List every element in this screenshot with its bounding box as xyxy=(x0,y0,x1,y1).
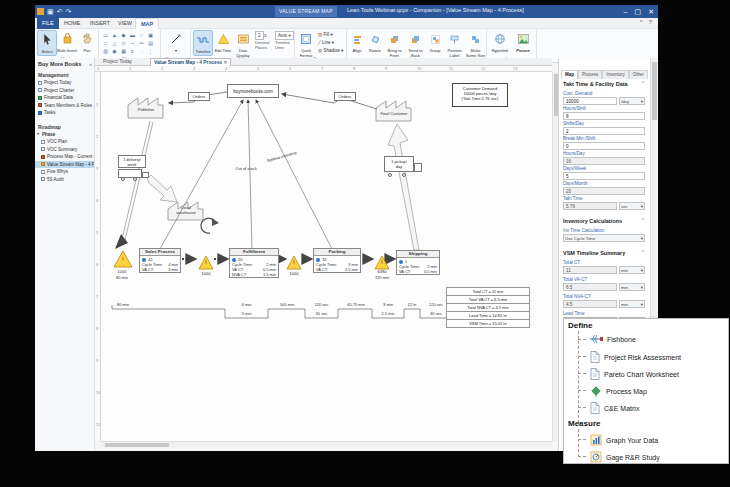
info-line-fulfillment[interactable] xyxy=(248,100,252,249)
info-line-packing[interactable] xyxy=(256,100,332,249)
tab-map[interactable]: MAP xyxy=(135,18,159,29)
shadow-button[interactable]: ▦ Shadow ▾ xyxy=(318,47,343,55)
break-min-input[interactable]: 0 xyxy=(563,142,645,150)
spinner-icon[interactable]: ⇅ xyxy=(264,33,267,38)
shape-button[interactable]: ⋮ xyxy=(146,47,155,55)
collapse-section-icon[interactable]: ^ xyxy=(642,218,644,223)
expander-icon[interactable]: ▾ xyxy=(37,131,39,137)
group-button[interactable]: Group xyxy=(426,30,444,56)
line-button[interactable]: ╱ Line ▾ xyxy=(318,39,343,47)
shape-button[interactable]: ▣ xyxy=(146,31,155,39)
shape-button[interactable]: ◉ xyxy=(110,47,119,55)
sidebar-item-process-map-current[interactable]: Process Map - Current State xyxy=(35,153,94,161)
inv-time-calc-dropdown[interactable]: Use Cycle Time▾ xyxy=(563,234,645,242)
publisher-label[interactable]: Publisher xyxy=(128,108,164,113)
roadmap-phase[interactable]: ▾Phase xyxy=(35,131,94,139)
collapse-sidebar-icon[interactable]: « xyxy=(89,61,92,67)
total-va-unit-dropdown[interactable]: min▾ xyxy=(619,283,645,291)
push-arrow-to-warehouse[interactable] xyxy=(147,175,177,202)
cust-demand-input[interactable]: 10000 xyxy=(563,97,617,105)
orders-connector-to-bmb[interactable] xyxy=(282,94,377,109)
takt-unit-dropdown[interactable]: sec▾ xyxy=(619,202,645,210)
tool-item-fishbone[interactable]: Fishbone xyxy=(590,334,636,344)
collapse-ribbon-icon[interactable]: ^ xyxy=(640,19,643,25)
sidebar-item-value-stream-map[interactable]: Value Stream Map - 4 Process xyxy=(35,161,94,169)
send-to-back-button[interactable]: Send to Back xyxy=(405,30,426,56)
shape-button[interactable]: ○ xyxy=(137,31,146,39)
timeline-button[interactable]: Timeline xyxy=(193,30,213,56)
panel-tab-other[interactable]: Other xyxy=(629,70,648,79)
pan-button[interactable]: Pan xyxy=(77,30,97,56)
app-icon[interactable] xyxy=(37,8,44,15)
panel-tab-process[interactable]: Process xyxy=(578,70,602,79)
tool-item-process-map[interactable]: Process Map xyxy=(590,385,647,397)
process-box-fulfillment[interactable]: Fulfillment 20 Cycle Time:2 min VA CT:0.… xyxy=(229,248,279,278)
sidebar-item-five-whys[interactable]: Five Whys xyxy=(35,168,94,176)
shape-button[interactable]: ▬ xyxy=(128,31,137,39)
rotate-button[interactable]: Rotate xyxy=(366,30,384,56)
decimal-places-input[interactable]: 2 xyxy=(255,31,264,40)
sidebar-item-project-charter[interactable]: Project Charter xyxy=(35,87,94,95)
tool-item-ce-matrix[interactable]: C&E Matrix xyxy=(590,402,639,414)
total-nva-unit-dropdown[interactable]: min▾ xyxy=(619,300,645,308)
shipment-arrow-to-customer[interactable] xyxy=(388,124,419,250)
shape-button[interactable]: ▤ xyxy=(146,39,155,47)
edit-time-button[interactable]: Edit Time xyxy=(213,30,233,56)
shape-button[interactable]: ▦ xyxy=(119,47,128,55)
warehouse-label[interactable]: Localwarehouse xyxy=(166,206,206,215)
tab-insert[interactable]: INSERT xyxy=(85,18,115,29)
position-label-button[interactable]: Position Label xyxy=(444,30,465,56)
tool-item-pareto[interactable]: Pareto Chart Worksheet xyxy=(590,368,679,380)
shape-button[interactable]: ▥ xyxy=(101,47,110,55)
vsm-totals-box[interactable]: Total CT = 11 min Total VA CT = 6.5 min … xyxy=(446,288,530,328)
data-display-button[interactable]: Data Display xyxy=(233,30,253,56)
process-box-shipping[interactable]: Shipping 1 Cycle Time:2 min VA CT:0.5 mi… xyxy=(396,250,440,275)
sidebar-item-voc-summary[interactable]: VOC Summary xyxy=(35,146,94,154)
tab-view[interactable]: VIEW xyxy=(113,18,137,29)
save-icon[interactable]: ▣ xyxy=(47,6,54,17)
sidebar-item-team-members[interactable]: Team Members & Roles xyxy=(35,102,94,110)
shape-button[interactable]: ◇ xyxy=(119,39,128,47)
multi-insert-button[interactable]: Multi-Insert xyxy=(57,30,77,56)
shape-button[interactable]: ◌ xyxy=(137,47,146,55)
tab-home[interactable]: HOME xyxy=(59,18,86,29)
hours-shift-input[interactable]: 8 xyxy=(563,112,645,120)
tab-project-today[interactable]: Project Today xyxy=(103,59,132,64)
shape-button[interactable]: ▭ xyxy=(101,31,110,39)
orders-label-right[interactable]: Orders xyxy=(334,92,356,101)
shape-button[interactable]: ≡ xyxy=(128,47,137,55)
out-of-stock-label[interactable]: Out of stock xyxy=(232,167,260,172)
collapse-section-icon[interactable]: ^ xyxy=(642,250,644,255)
total-ct-unit-dropdown[interactable]: min▾ xyxy=(619,266,645,274)
tool-item-graph-your-data[interactable]: Graph Your Data xyxy=(590,434,658,446)
undo-icon[interactable]: ↶ xyxy=(57,6,63,17)
tab-file[interactable]: FILE xyxy=(37,18,59,29)
canvas-horizontal-scrollbar[interactable] xyxy=(101,441,552,447)
minimize-button[interactable]: – xyxy=(624,6,628,17)
shape-button[interactable]: ═ xyxy=(137,39,146,47)
maximize-button[interactable]: ▢ xyxy=(635,6,642,17)
redo-icon[interactable]: ↷ xyxy=(66,6,72,17)
customer-demand-note[interactable]: Customer Demand 10000 pieces /day (Takt … xyxy=(452,83,508,107)
hyperlink-button[interactable]: Hyperlink xyxy=(489,30,511,56)
tool-item-gage-rr[interactable]: Gage R&R Study xyxy=(590,451,660,463)
shape-button[interactable]: ▲ xyxy=(110,31,119,39)
timeline-shape[interactable] xyxy=(112,309,460,318)
collapse-section-icon[interactable]: ^ xyxy=(642,81,644,86)
orders-label-left[interactable]: Orders xyxy=(188,92,210,101)
sidebar-item-voc-plan[interactable]: VOC Plan xyxy=(35,138,94,146)
pickup-truck[interactable]: 1 pickup/day xyxy=(384,156,414,172)
bring-to-front-button[interactable]: Bring to Front xyxy=(384,30,405,56)
help-icon[interactable]: ? xyxy=(649,19,652,25)
picture-button[interactable]: Picture xyxy=(512,30,534,56)
tool-item-project-risk[interactable]: Project Risk Assessment xyxy=(590,351,681,363)
tab-value-stream-map[interactable]: Value Stream Map - 4 Process ✕ xyxy=(150,58,231,66)
quick-format-button[interactable]: Quick Format xyxy=(296,30,316,56)
sidebar-item-financial-data[interactable]: Financial Data xyxy=(35,94,94,102)
align-button[interactable]: Align xyxy=(348,30,366,56)
shape-button[interactable]: △ xyxy=(110,39,119,47)
process-box-sales[interactable]: Sales Process 42 Cycle Time:4 min VA CT:… xyxy=(139,248,181,273)
scrollbar-thumb[interactable] xyxy=(105,443,169,447)
timeline-units-dropdown[interactable]: Auto ▾ xyxy=(275,31,294,40)
final-customer-label[interactable]: Final Customer xyxy=(374,112,414,117)
